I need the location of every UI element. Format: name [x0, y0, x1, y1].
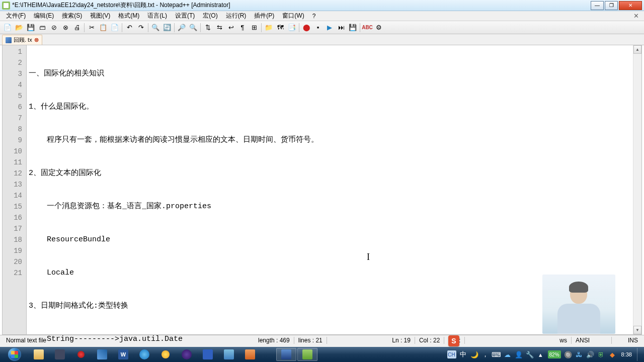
- minimize-button[interactable]: —: [591, 1, 604, 10]
- tray-network-icon[interactable]: 🖧: [575, 350, 583, 358]
- taskbar-app-1[interactable]: [50, 348, 70, 361]
- code-line: ResourceBundle: [27, 234, 633, 245]
- maximize-button[interactable]: ❐: [605, 1, 618, 10]
- tray-clock[interactable]: 8:38: [619, 351, 634, 357]
- tab-bar: 回顾. tx ⊗: [0, 34, 644, 45]
- macro-multi-icon[interactable]: ⏭: [336, 22, 347, 33]
- menu-macro[interactable]: 宏(O): [199, 11, 221, 21]
- menu-bar: 文件(F) 编辑(E) 搜索(S) 视图(V) 格式(M) 语言(L) 设置(T…: [0, 11, 644, 21]
- tab-close-icon[interactable]: ⊗: [34, 37, 39, 43]
- save-icon[interactable]: 💾: [25, 22, 36, 33]
- menu-window[interactable]: 窗口(W): [278, 11, 308, 21]
- open-file-icon[interactable]: 📂: [14, 22, 25, 33]
- menu-search[interactable]: 搜索(S): [58, 11, 86, 21]
- window-title: *E:\ITHEIMA\JavaEE12\day24_netstore\资料\回…: [12, 1, 591, 10]
- code-line: 一、国际化的相关知识: [27, 68, 633, 79]
- tray-punct-icon[interactable]: ，: [481, 350, 490, 358]
- code-line: 2、固定文本的国际化: [27, 168, 633, 179]
- menu-view[interactable]: 视图(V): [86, 11, 114, 21]
- new-file-icon[interactable]: 📄: [2, 22, 13, 33]
- taskbar-eclipse[interactable]: [177, 348, 197, 361]
- tray-keyboard-icon[interactable]: ⌨: [493, 350, 501, 358]
- save-all-icon[interactable]: 🗃: [37, 22, 48, 33]
- scroll-up-icon[interactable]: ▲: [633, 45, 641, 54]
- redo-icon[interactable]: ↷: [135, 22, 146, 33]
- paste-icon[interactable]: 📄: [109, 22, 120, 33]
- taskbar-app-4[interactable]: [198, 348, 218, 361]
- taskbar-app-6[interactable]: [240, 348, 260, 361]
- toolbar: 📄 📂 💾 🗃 ⊘ ⊗ 🖨 ✂ 📋 📄 ↶ ↷ 🔍 🔄 🔎 🔍 ⇅ ⇆ ↩ ¶ …: [0, 21, 644, 34]
- file-type-icon: [6, 37, 12, 43]
- taskbar-explorer[interactable]: [29, 348, 49, 361]
- tray-zoom[interactable]: 82%: [548, 350, 561, 358]
- macro-stop-icon[interactable]: ▪: [312, 22, 324, 33]
- func-list-icon[interactable]: 📑: [286, 22, 297, 33]
- doc-map-icon[interactable]: 🗺: [275, 22, 286, 33]
- find-icon[interactable]: 🔍: [150, 22, 161, 33]
- menu-edit[interactable]: 编辑(E): [30, 11, 58, 21]
- webcam-overlay: [542, 275, 615, 334]
- tray-volume-icon[interactable]: 🔊: [586, 350, 594, 358]
- menu-format[interactable]: 格式(M): [114, 11, 143, 21]
- taskbar-active-notepad[interactable]: [297, 348, 317, 361]
- spellcheck-icon[interactable]: ABC: [362, 22, 373, 33]
- sync-v-icon[interactable]: ⇅: [202, 22, 213, 33]
- taskbar-word[interactable]: W: [113, 348, 133, 361]
- indent-guide-icon[interactable]: ⊞: [249, 22, 260, 33]
- close-file-icon[interactable]: ⊘: [48, 22, 59, 33]
- taskbar-app-5[interactable]: [219, 348, 239, 361]
- mouse-text-cursor: I: [367, 251, 370, 262]
- tray-lang[interactable]: 中: [459, 350, 467, 358]
- plugin-icon[interactable]: ⚙: [373, 22, 384, 33]
- menu-run[interactable]: 运行(R): [222, 11, 251, 21]
- zoom-out-icon[interactable]: 🔍: [188, 22, 199, 33]
- title-bar: *E:\ITHEIMA\JavaEE12\day24_netstore\资料\回…: [0, 0, 644, 11]
- macro-save-icon[interactable]: 💾: [347, 22, 358, 33]
- show-all-icon[interactable]: ¶: [237, 22, 248, 33]
- taskbar-ie[interactable]: [134, 348, 154, 361]
- line-number-gutter: 123456789101112131415161718192021: [3, 45, 27, 334]
- file-tab[interactable]: 回顾. tx ⊗: [2, 35, 42, 45]
- close-all-icon[interactable]: ⊗: [60, 22, 71, 33]
- tray-moon-icon[interactable]: 🌙: [470, 350, 478, 358]
- taskbar-record[interactable]: [71, 348, 91, 361]
- sync-h-icon[interactable]: ⇆: [214, 22, 225, 33]
- macro-play-icon[interactable]: ▶: [324, 22, 335, 33]
- menu-plugins[interactable]: 插件(P): [250, 11, 278, 21]
- cut-icon[interactable]: ✂: [86, 22, 97, 33]
- copy-icon[interactable]: 📋: [98, 22, 109, 33]
- vertical-scrollbar[interactable]: ▲ ▼: [633, 45, 641, 334]
- close-button[interactable]: ✕: [619, 1, 642, 10]
- menu-language[interactable]: 语言(L): [143, 11, 171, 21]
- show-desktop-button[interactable]: [637, 348, 641, 361]
- tray-power-icon[interactable]: 🔘: [564, 350, 572, 358]
- wordwrap-icon[interactable]: ↩: [225, 22, 236, 33]
- menu-help[interactable]: ?: [308, 12, 320, 21]
- tab-label: 回顾. tx: [14, 36, 32, 44]
- tray-user-icon[interactable]: 👤: [515, 350, 523, 358]
- tray-wrench-icon[interactable]: 🔧: [526, 350, 534, 358]
- app-icon: [2, 2, 10, 10]
- tray-expand-icon[interactable]: ▴: [537, 350, 545, 358]
- editor-close-x[interactable]: ✕: [630, 12, 642, 20]
- tray-cloud-icon[interactable]: ☁: [504, 350, 512, 358]
- menu-settings[interactable]: 设置(T): [171, 11, 199, 21]
- macro-record-icon[interactable]: ⬤: [301, 22, 312, 33]
- tray-ime-ch[interactable]: CH: [447, 350, 456, 358]
- tray-shield-icon[interactable]: ⛨: [597, 350, 605, 358]
- taskbar-active-1[interactable]: [276, 348, 296, 361]
- code-line: 一个消息资源包：基名_语言_国家.properties: [27, 201, 633, 212]
- ime-sogou-icon[interactable]: S: [448, 335, 459, 346]
- taskbar-app-3[interactable]: [155, 348, 176, 361]
- taskbar-app-2[interactable]: [92, 348, 112, 361]
- zoom-in-icon[interactable]: 🔎: [176, 22, 187, 33]
- replace-icon[interactable]: 🔄: [162, 22, 173, 33]
- tray-app-icon[interactable]: ◆: [608, 350, 616, 358]
- menu-file[interactable]: 文件(F): [2, 11, 30, 21]
- folder-view-icon[interactable]: 📁: [263, 22, 274, 33]
- code-line: 1、什么是国际化。: [27, 102, 633, 113]
- start-button[interactable]: [1, 347, 28, 361]
- print-icon[interactable]: 🖨: [71, 22, 83, 33]
- scroll-down-icon[interactable]: ▼: [633, 326, 641, 334]
- undo-icon[interactable]: ↶: [124, 22, 135, 33]
